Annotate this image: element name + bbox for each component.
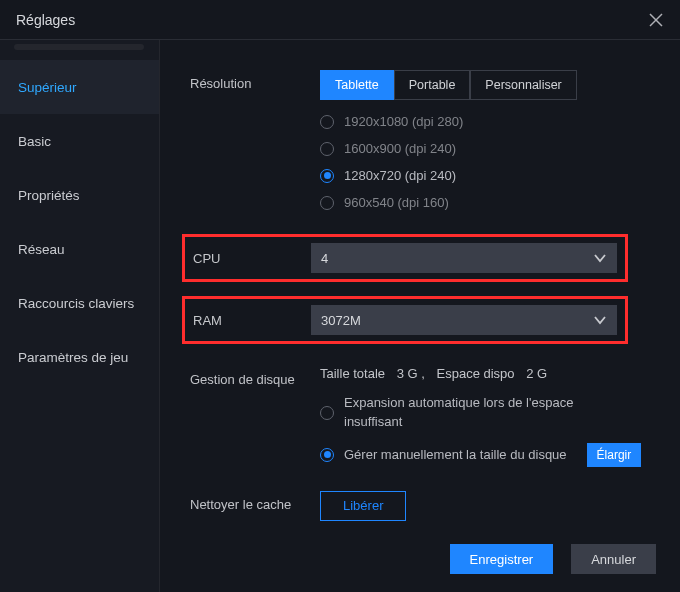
resolution-option-1280[interactable]: 1280x720 (dpi 240) bbox=[320, 168, 650, 183]
disk-free-label: Espace dispo bbox=[437, 366, 515, 381]
chevron-down-icon bbox=[593, 313, 607, 327]
chevron-down-icon bbox=[593, 251, 607, 265]
sidebar-item-label: Réseau bbox=[18, 242, 65, 257]
disk-option-auto-label: Expansion automatique lors de l'espace i… bbox=[344, 395, 573, 431]
cpu-value: 4 bbox=[321, 251, 328, 266]
ram-label: RAM bbox=[193, 313, 311, 328]
cache-field: Libérer bbox=[320, 491, 650, 521]
disk-options: Expansion automatique lors de l'espace i… bbox=[320, 395, 650, 467]
settings-panel: Résolution Tablette Portable Personnalis… bbox=[160, 40, 680, 592]
resolution-option-label: 1920x1080 (dpi 280) bbox=[344, 114, 463, 129]
sidebar-item-label: Basic bbox=[18, 134, 51, 149]
disk-option-manual-label: Gérer manuellement la taille du disque bbox=[344, 447, 567, 462]
ram-value: 3072M bbox=[321, 313, 361, 328]
titlebar: Réglages bbox=[0, 0, 680, 40]
disk-info: Taille totale 3 G , Espace dispo 2 G bbox=[320, 366, 650, 381]
close-icon[interactable] bbox=[648, 12, 664, 28]
resolution-option-label: 1600x900 (dpi 240) bbox=[344, 141, 456, 156]
tab-portable[interactable]: Portable bbox=[394, 70, 471, 100]
sidebar-item-label: Propriétés bbox=[18, 188, 80, 203]
radio-icon bbox=[320, 196, 334, 210]
disk-option-manual[interactable]: Gérer manuellement la taille du disque É… bbox=[320, 443, 650, 467]
ram-select[interactable]: 3072M bbox=[311, 305, 617, 335]
sidebar-item-network[interactable]: Réseau bbox=[0, 222, 159, 276]
sidebar-strip bbox=[14, 44, 144, 50]
cancel-button[interactable]: Annuler bbox=[571, 544, 656, 574]
sidebar-item-label: Supérieur bbox=[18, 80, 77, 95]
content: Supérieur Basic Propriétés Réseau Raccou… bbox=[0, 40, 680, 592]
cpu-select[interactable]: 4 bbox=[311, 243, 617, 273]
save-button[interactable]: Enregistrer bbox=[450, 544, 554, 574]
sidebar-item-properties[interactable]: Propriétés bbox=[0, 168, 159, 222]
resolution-option-1600[interactable]: 1600x900 (dpi 240) bbox=[320, 141, 650, 156]
window-title: Réglages bbox=[16, 12, 75, 28]
disk-sep: , bbox=[421, 366, 425, 381]
row-resolution: Résolution Tablette Portable Personnalis… bbox=[190, 70, 650, 210]
disk-total-label: Taille totale bbox=[320, 366, 385, 381]
row-cache: Nettoyer le cache Libérer bbox=[190, 491, 650, 521]
radio-icon bbox=[320, 142, 334, 156]
row-disk: Gestion de disque Taille totale 3 G , Es… bbox=[190, 366, 650, 467]
cache-label: Nettoyer le cache bbox=[190, 491, 320, 512]
disk-label: Gestion de disque bbox=[190, 366, 320, 387]
sidebar-item-superior[interactable]: Supérieur bbox=[0, 60, 159, 114]
tab-tablet[interactable]: Tablette bbox=[320, 70, 394, 100]
disk-free-value: 2 G bbox=[526, 366, 547, 381]
radio-icon bbox=[320, 169, 334, 183]
release-button[interactable]: Libérer bbox=[320, 491, 406, 521]
radio-icon bbox=[320, 115, 334, 129]
radio-icon bbox=[320, 448, 334, 462]
sidebar-item-basic[interactable]: Basic bbox=[0, 114, 159, 168]
resolution-option-1920[interactable]: 1920x1080 (dpi 280) bbox=[320, 114, 650, 129]
resolution-tabs: Tablette Portable Personnaliser bbox=[320, 70, 650, 100]
cpu-label: CPU bbox=[193, 251, 311, 266]
sidebar: Supérieur Basic Propriétés Réseau Raccou… bbox=[0, 40, 160, 592]
disk-option-auto[interactable]: Expansion automatique lors de l'espace i… bbox=[320, 395, 650, 431]
sidebar-item-label: Raccourcis claviers bbox=[18, 296, 134, 311]
disk-field: Taille totale 3 G , Espace dispo 2 G Exp… bbox=[320, 366, 650, 467]
resolution-options: 1920x1080 (dpi 280) 1600x900 (dpi 240) 1… bbox=[320, 114, 650, 210]
footer: Enregistrer Annuler bbox=[450, 544, 656, 574]
row-cpu: CPU 4 bbox=[182, 234, 628, 282]
resolution-field: Tablette Portable Personnaliser 1920x108… bbox=[320, 70, 650, 210]
sidebar-item-shortcuts[interactable]: Raccourcis claviers bbox=[0, 276, 159, 330]
disk-total-value: 3 G bbox=[397, 366, 418, 381]
resolution-option-label: 1280x720 (dpi 240) bbox=[344, 168, 456, 183]
resolution-option-960[interactable]: 960x540 (dpi 160) bbox=[320, 195, 650, 210]
expand-button[interactable]: Élargir bbox=[587, 443, 642, 467]
resolution-label: Résolution bbox=[190, 70, 320, 91]
resolution-option-label: 960x540 (dpi 160) bbox=[344, 195, 449, 210]
sidebar-item-game-settings[interactable]: Paramètres de jeu bbox=[0, 330, 159, 384]
sidebar-item-label: Paramètres de jeu bbox=[18, 350, 128, 365]
row-ram: RAM 3072M bbox=[182, 296, 628, 344]
radio-icon bbox=[320, 406, 334, 420]
tab-custom[interactable]: Personnaliser bbox=[470, 70, 576, 100]
